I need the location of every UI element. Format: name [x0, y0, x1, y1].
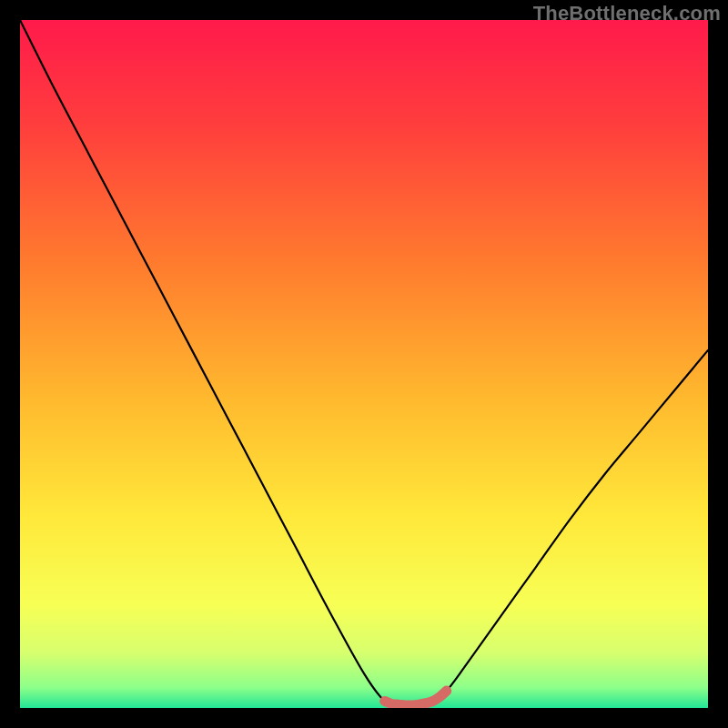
chart-background: [20, 20, 708, 708]
chart-frame: TheBottleneck.com: [0, 0, 728, 728]
watermark-text: TheBottleneck.com: [533, 2, 721, 25]
chart-svg: [20, 20, 708, 708]
chart-plot-area: [20, 20, 708, 708]
